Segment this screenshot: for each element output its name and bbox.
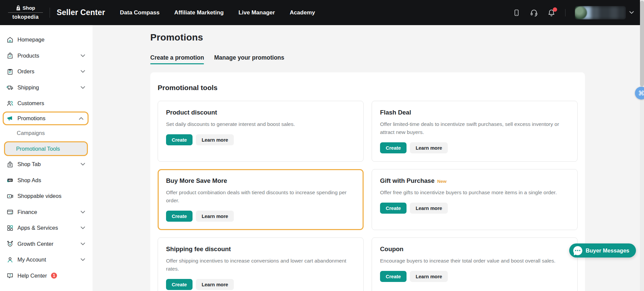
promotional-tools-panel: Promotional tools Product discount Set d… [150,72,585,291]
nav-academy[interactable]: Academy [290,9,315,16]
shop-tokopedia-logo[interactable]: Shop tokopedia [8,5,43,20]
section-title: Promotional tools [158,84,578,92]
chevron-down-icon [80,242,85,245]
card-title: Gift with Purchase [380,177,434,185]
promo-card-gift-with-purchase: Gift with Purchase New Offer free gifts … [372,169,578,230]
card-description: Offer free gifts to incentivize buyers t… [380,189,568,197]
sidebar-item-label: Shop Ads [17,177,41,184]
learn-more-button[interactable]: Learn more [410,271,448,282]
finance-icon [6,208,14,216]
create-button[interactable]: Create [166,279,193,290]
learn-more-button[interactable]: Learn more [196,279,234,290]
sidebar-item-promotions[interactable]: Promotions [3,112,89,125]
products-icon [6,52,14,59]
nav-affiliate-marketing[interactable]: Affiliate Marketing [174,9,224,16]
orders-icon [6,68,14,75]
learn-more-button[interactable]: Learn more [196,134,234,145]
sidebar-item-label: My Account [17,257,46,263]
tab-create-a-promotion[interactable]: Create a promotion [150,54,204,64]
chevron-down-icon [629,11,634,14]
create-button[interactable]: Create [166,211,193,222]
growth-center-icon [6,240,14,247]
promo-card-shipping-fee-discount: Shipping fee discount Offer shipping inc… [158,237,364,291]
sidebar-item-label: Growth Center [17,241,53,247]
main-content: Promotions Create a promotion Manage you… [93,25,640,291]
chevron-down-icon [80,86,85,89]
card-description: Encourage buyers to increase their total… [380,257,568,265]
customers-icon [6,100,14,107]
sidebar-item-shop-tab[interactable]: Shop Tab [0,156,93,172]
promo-card-coupon: Coupon Encourage buyers to increase thei… [372,237,578,291]
sidebar-item-customers[interactable]: Customers [0,95,93,112]
learn-more-button[interactable]: Learn more [410,142,448,153]
mobile-app-icon[interactable] [512,8,521,17]
shoppable-videos-icon [6,193,14,200]
avatar [575,6,626,19]
sidebar-item-campaigns[interactable]: Campaigns [0,125,93,141]
sidebar-item-shoppable-videos[interactable]: Shoppable videos [0,188,93,204]
card-description: Offer limited-time deals to incentivize … [380,120,568,136]
sidebar-item-my-account[interactable]: My Account [0,252,93,268]
buyer-messages-button[interactable]: Buyer Messages [569,243,636,258]
sidebar-item-growth-center[interactable]: Growth Center [0,236,93,252]
sidebar-item-label: Finance [17,209,37,215]
chevron-down-icon [80,54,85,57]
sidebar-item-label: Products [17,53,39,59]
sidebar-item-apps-services[interactable]: Apps & Services [0,220,93,236]
buyer-messages-label: Buyer Messages [586,247,629,254]
help-center-badge: 1 [51,273,57,279]
logo-line1: Shop [22,5,35,11]
learn-more-button[interactable]: Learn more [410,203,448,214]
card-title: Coupon [380,245,404,253]
page-scrollbar[interactable] [640,0,644,291]
promotions-icon [6,115,14,122]
chat-bubble-icon [573,246,582,255]
sidebar-item-label: Homepage [17,37,45,43]
sidebar-item-label: Orders [17,68,34,75]
svg-text:?: ? [9,274,11,277]
sidebar-item-finance[interactable]: Finance [0,204,93,220]
sidebar-item-shipping[interactable]: Shipping [0,80,93,96]
notifications-bell-icon[interactable] [547,8,556,17]
create-button[interactable]: Create [380,203,407,214]
card-title: Flash Deal [380,109,411,116]
support-headset-icon[interactable] [530,8,538,17]
header-divider [50,8,50,18]
create-button[interactable]: Create [380,271,407,282]
create-button[interactable]: Create [380,142,407,153]
account-menu[interactable] [575,6,634,19]
create-button[interactable]: Create [166,134,193,145]
top-navigation: Seller Center Data Compass Affiliate Mar… [57,8,315,17]
scrollbar-thumb[interactable] [640,1,644,86]
shop-tab-icon [6,161,14,168]
sidebar-item-label: Shoppable videos [17,193,61,199]
card-description: Offer product combination deals with tie… [166,189,354,205]
nav-seller-center[interactable]: Seller Center [57,8,105,17]
card-description: Set daily discounts to generate interest… [166,120,354,128]
sidebar-item-products[interactable]: Products [0,48,93,64]
learn-more-button[interactable]: Learn more [196,211,234,222]
chevron-down-icon [80,163,85,166]
command-icon: ⌘ [638,89,644,97]
chevron-up-icon [79,117,84,120]
tab-manage-your-promotions[interactable]: Manage your promotions [214,54,284,64]
sidebar-item-label: Campaigns [17,130,45,136]
sidebar-item-homepage[interactable]: Homepage [0,32,93,48]
chevron-down-icon [80,258,85,261]
nav-data-compass[interactable]: Data Compass [120,9,160,16]
sidebar-item-label: Customers [17,100,44,106]
nav-live-manager[interactable]: Live Manager [238,9,275,16]
shop-ads-icon: AD [6,176,14,184]
my-account-icon [6,256,14,264]
sidebar-item-label: Promotional Tools [16,146,60,152]
promotions-tabs: Create a promotion Manage your promotion… [150,54,640,64]
apps-services-icon [6,224,14,232]
sidebar-item-shop-ads[interactable]: AD Shop Ads [0,172,93,189]
new-badge: New [437,179,446,184]
svg-text:AD: AD [8,179,12,181]
sidebar-item-orders[interactable]: Orders [0,64,93,80]
sidebar-item-label: Shipping [17,84,39,91]
sidebar-item-help-center[interactable]: ? Help Center 1 [0,268,93,284]
sidebar-item-promotional-tools[interactable]: Promotional Tools [4,141,88,156]
promo-card-grid: Product discount Set daily discounts to … [158,101,578,291]
